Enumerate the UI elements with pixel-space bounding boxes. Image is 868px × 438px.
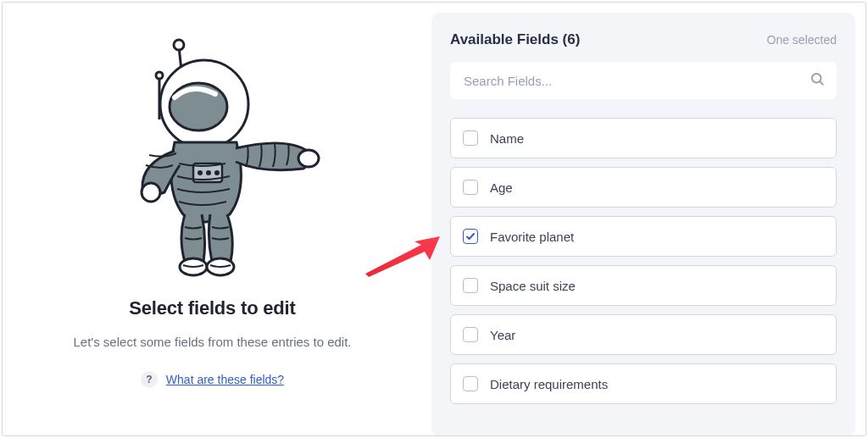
field-checkbox[interactable] (463, 180, 478, 195)
field-checkbox[interactable] (463, 229, 478, 244)
field-item[interactable]: Space suit size (450, 265, 837, 306)
svg-point-1 (174, 40, 184, 50)
field-label: Space suit size (490, 279, 576, 293)
field-item[interactable]: Name (450, 118, 837, 158)
svg-point-7 (198, 170, 203, 175)
field-checkbox[interactable] (463, 278, 478, 293)
field-list: NameAgeFavorite planetSpace suit sizeYea… (450, 118, 837, 404)
svg-point-9 (214, 170, 220, 175)
page-subtitle: Let's select some fields from these entr… (73, 335, 351, 349)
svg-point-8 (206, 170, 211, 175)
field-label: Name (490, 131, 524, 146)
help-icon[interactable]: ? (141, 371, 158, 388)
field-item[interactable]: Dietary requirements (450, 363, 837, 404)
field-checkbox[interactable] (463, 376, 478, 391)
field-label: Year (490, 328, 515, 342)
field-label: Favorite planet (490, 230, 574, 244)
field-checkbox[interactable] (463, 130, 478, 146)
field-item[interactable]: Year (450, 314, 837, 355)
field-item[interactable]: Age (450, 167, 837, 208)
field-label: Age (490, 180, 513, 195)
panel-title: Available Fields (6) (450, 31, 580, 48)
field-checkbox[interactable] (463, 327, 478, 342)
help-link[interactable]: What are these fields? (166, 373, 284, 386)
intro-panel: Select fields to edit Let's select some … (3, 3, 422, 435)
svg-point-11 (298, 150, 319, 167)
svg-point-3 (156, 72, 163, 79)
selection-status: One selected (767, 33, 837, 47)
svg-point-10 (142, 183, 160, 202)
field-label: Dietary requirements (490, 377, 608, 391)
fields-panel: Available Fields (6) One selected NameAg… (431, 13, 855, 436)
search-input[interactable] (450, 62, 837, 99)
page-title: Select fields to edit (129, 297, 295, 319)
field-item[interactable]: Favorite planet (450, 216, 837, 257)
astronaut-illustration (90, 36, 336, 282)
